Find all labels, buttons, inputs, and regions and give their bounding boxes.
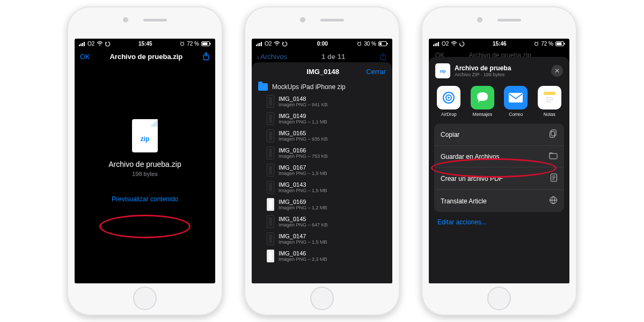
share-app-messages[interactable]: Mensajes [468,86,497,117]
file-subtitle: Imagen PNG – 935 KB [279,136,328,142]
svg-rect-20 [433,45,434,46]
thumbnail-icon [267,250,274,262]
app-label: Notas [544,112,555,117]
file-row[interactable]: IMG_0165Imagen PNG – 935 KB [252,127,392,144]
signal-icon [433,42,440,46]
edit-actions-link[interactable]: Editar acciones... [434,212,564,226]
sheet-title: IMG_0148 [306,68,339,76]
sheet-file-detail: Archivo ZIP · 198 bytes [455,72,511,77]
file-row[interactable]: IMG_0149Imagen PNG – 1,1 MB [252,110,392,127]
action-pdf[interactable]: Crear un archivo PDF [434,167,564,190]
sheet-file-name: Archivo de prueba [455,64,511,72]
action-copy[interactable]: Copiar [434,123,564,146]
file-row[interactable]: IMG_0145Imagen PNG – 647 KB [252,213,392,230]
airdrop-icon [437,86,460,109]
svg-rect-38 [551,130,556,136]
thumbnail-icon [267,181,274,194]
file-row[interactable]: IMG_0148Imagen PNG – 941 KB [252,93,392,110]
svg-rect-32 [509,93,523,103]
status-bar: O2 0:00 30 % [252,39,392,49]
battery-label: 30 % [364,41,376,47]
file-name: IMG_0149 [279,113,327,120]
preview-content-link[interactable]: Previsualizar contenido [112,195,178,203]
file-subtitle: Imagen PNG – 1,5 MB [279,188,327,193]
file-subtitle: Imagen PNG – 2,3 MB [279,257,327,262]
folder-icon [258,83,268,91]
svg-rect-23 [438,42,439,46]
action-folder[interactable]: Guardar en Archivos [434,146,564,167]
home-button[interactable] [487,287,511,310]
svg-rect-22 [436,43,437,46]
file-name: IMG_0146 [279,250,327,257]
clock: 15:46 [493,41,507,47]
action-globe[interactable]: Translate Article [434,190,564,212]
svg-rect-28 [564,43,565,45]
action-label: Copiar [441,131,459,138]
sync-icon [459,41,465,47]
file-row[interactable]: IMG_0147Imagen PNG – 1,5 MB [252,230,392,247]
folder-icon [549,152,558,161]
globe-icon [549,196,558,206]
file-subtitle: Imagen PNG – 753 KB [279,153,328,159]
svg-rect-34 [544,92,555,95]
share-app-mail[interactable]: Correo [501,86,531,117]
file-subtitle: Imagen PNG – 941 KB [279,102,328,107]
alarm-icon [357,41,362,46]
svg-point-31 [448,97,450,99]
thumbnail-icon [267,129,274,142]
app-label: AirDrop [441,112,457,117]
signal-icon [256,42,262,46]
status-bar: O2 15:46 72 % [429,39,569,49]
alarm-icon [534,41,539,46]
share-app-airdrop[interactable]: AirDrop [434,86,464,117]
file-name: IMG_0169 [279,199,327,206]
share-icon [379,52,387,61]
svg-point-15 [358,42,361,46]
file-row[interactable]: IMG_0146Imagen PNG – 2,3 MB [252,247,392,265]
file-row[interactable]: IMG_0169Imagen PNG – 1,2 MB [252,196,392,213]
copy-icon [549,129,558,140]
svg-rect-17 [379,42,382,45]
action-label: Crear un archivo PDF [441,175,503,182]
close-icon[interactable]: ✕ [551,65,563,77]
file-subtitle: Imagen PNG – 1,2 MB [279,205,327,210]
folder-name: MockUps iPad iPhone zip [272,83,346,91]
file-name: IMG_0143 [279,181,327,188]
thumbnail-icon [267,95,274,108]
svg-rect-13 [261,42,262,46]
file-subtitle: Imagen PNG – 1,1 MB [279,119,327,125]
file-name: IMG_0167 [279,164,327,171]
page-counter: 1 de 11 [321,53,345,61]
clock: 0:00 [317,41,328,47]
file-name: IMG_0165 [279,130,328,137]
thumbnail-icon [267,198,274,211]
iphone-mockup-3: O2 15:46 72 % OK Archivo de prueba.zip [421,6,577,316]
file-subtitle: Imagen PNG – 1,5 MB [279,239,327,245]
wifi-icon [274,41,280,46]
file-row[interactable]: IMG_0166Imagen PNG – 753 KB [252,144,392,162]
file-name: IMG_0148 [279,96,328,103]
svg-rect-21 [435,43,436,46]
back-button[interactable]: ‹Archivos [257,53,287,61]
messages-icon [471,86,494,109]
svg-rect-12 [259,43,260,46]
iphone-mockup-1: O2 15:45 72 % OK Archivo de prueba.zip z… [67,6,223,316]
svg-point-14 [276,45,277,46]
share-app-notes[interactable]: Notas [535,86,565,117]
file-row[interactable]: IMG_0143Imagen PNG – 1,5 MB [252,179,392,196]
mail-icon [504,86,528,109]
home-button[interactable] [310,287,334,310]
carrier-label: O2 [442,41,449,47]
folder-row[interactable]: MockUps iPad iPhone zip [252,80,392,93]
file-name: IMG_0147 [279,233,327,240]
thumbnail-icon [267,147,274,159]
notes-icon [538,86,561,109]
close-button[interactable]: Cerrar [366,68,386,76]
svg-point-24 [453,45,455,46]
file-row[interactable]: IMG_0167Imagen PNG – 1,5 MB [252,162,392,179]
svg-rect-11 [258,43,259,46]
action-label: Guardar en Archivos [441,153,499,160]
file-name: Archivo de prueba.zip [108,160,181,169]
svg-rect-10 [256,45,257,46]
home-button[interactable] [133,287,157,310]
